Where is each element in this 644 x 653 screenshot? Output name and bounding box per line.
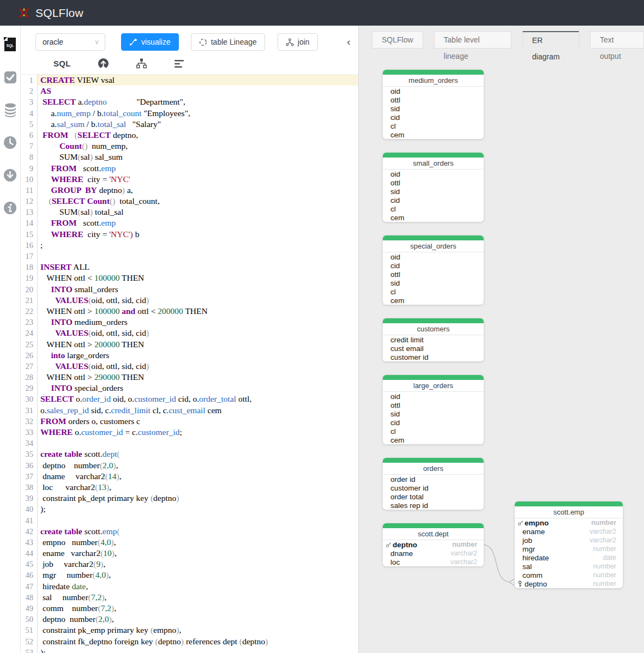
code-line[interactable]: 4 a.num_emp / b.total_count "Employees", (21, 108, 358, 119)
er-column-name: mgr (522, 545, 535, 553)
er-column-name: oid (390, 253, 400, 261)
code-line[interactable]: 28 WHEN ottl > 290000 THEN (21, 372, 358, 383)
line-number: 5 (21, 119, 38, 130)
er-table-orders[interactable]: ordersorder idcustomer idorder totalsale… (383, 458, 484, 510)
code-line[interactable]: 26 into large_orders (21, 350, 358, 361)
code-line[interactable]: 43 empno number(4,0), (21, 537, 358, 548)
code-line[interactable]: 22 WHEN ottl > 100000 and ottl < 200000 … (21, 306, 358, 317)
line-number: 13 (21, 207, 38, 217)
visualize-button[interactable]: visualize (121, 33, 179, 51)
code-line[interactable]: 1CREATE VIEW vsal (21, 75, 358, 86)
code-line[interactable]: 21 VALUES(oid, ottl, sid, cid) (21, 295, 358, 306)
line-number: 46 (21, 570, 38, 581)
code-line[interactable]: 34 (21, 438, 358, 449)
er-column-name: cid (390, 113, 400, 122)
code-line[interactable]: 9 FROM scott.emp (21, 163, 358, 174)
db-dialect-select[interactable]: oracle ∨ (35, 33, 105, 51)
code-line[interactable]: 24 VALUES(oid, ottl, sid, cid) (21, 328, 358, 338)
code-line[interactable]: 33WHERE o.customer_id = c.customer_id; (21, 427, 358, 438)
code-line[interactable]: 44 ename varchar2(10), (21, 548, 358, 559)
er-column-name: sid (390, 105, 400, 113)
code-line[interactable]: 11 GROUP BY deptno) a, (21, 185, 358, 196)
code-text: VALUES(oid, ottl, sid, cid) (38, 361, 358, 372)
er-column-name: ottl (390, 401, 400, 409)
code-editor[interactable]: 1CREATE VIEW vsal2AS3 SELECT a.deptno "D… (21, 75, 358, 653)
sql-file-icon[interactable]: SQL (3, 37, 17, 52)
history-clock-icon[interactable] (3, 135, 17, 150)
upload-icon[interactable] (98, 58, 109, 69)
er-table-scott-dept[interactable]: scott.deptdeptnonumberdnamevarchar2locva… (383, 523, 484, 566)
code-line[interactable]: 52 constraint fk_deptno foreign key (dep… (21, 636, 358, 647)
code-text: (SELECT Count() total_count, (38, 196, 358, 207)
code-line[interactable]: 53); (21, 647, 358, 653)
sql-mode-label[interactable]: SQL (53, 59, 71, 68)
code-line[interactable]: 50 deptno number(2,0), (21, 614, 358, 625)
database-icon[interactable] (3, 102, 17, 117)
code-line[interactable]: 37 dname varchar2(14), (21, 471, 358, 482)
code-line[interactable]: 8 SUM(sal) sal_sum (21, 152, 358, 162)
code-text (38, 515, 358, 526)
code-line[interactable]: 10 WHERE city = 'NYC' (21, 174, 358, 185)
align-lines-icon[interactable] (174, 59, 185, 69)
code-line[interactable]: 19 WHEN ottl < 100000 THEN (21, 273, 358, 283)
code-line[interactable]: 38 loc varchar2(13), (21, 482, 358, 493)
code-line[interactable]: 35create table scott.dept( (21, 449, 358, 459)
code-line[interactable]: 48 sal number(7,2), (21, 592, 358, 603)
er-table-large_orders[interactable]: large_ordersoidottlsidcidclcem (383, 375, 484, 444)
code-line[interactable]: 17 (21, 251, 358, 262)
code-line[interactable]: 7 Count() num_emp, (21, 141, 358, 152)
er-table-scott-emp[interactable]: scott.empempnonumberenamevarchar2jobvarc… (515, 501, 623, 588)
code-line[interactable]: 23 INTO medium_orders (21, 317, 358, 328)
collapse-panel-icon[interactable]: ‹ (346, 37, 351, 47)
join-button[interactable]: join (278, 33, 318, 51)
code-line[interactable]: 46 mgr number(4,0), (21, 570, 358, 581)
er-table-customers[interactable]: customerscredit limitcust emailcustomer … (383, 318, 484, 361)
er-table-medium_orders[interactable]: medium_ordersoidottlsidcidclcem (383, 70, 484, 139)
line-number: 12 (21, 196, 38, 207)
download-icon[interactable] (3, 168, 17, 183)
code-text: SUM(sal) total_sal (38, 207, 358, 217)
code-line[interactable]: 2AS (21, 86, 358, 96)
code-line[interactable]: 16; (21, 240, 358, 251)
code-line[interactable]: 15 WHERE city = 'NYC') b (21, 229, 358, 240)
code-line[interactable]: 12 (SELECT Count() total_count, (21, 196, 358, 207)
code-line[interactable]: 45 job varchar2(9), (21, 559, 358, 570)
er-column: credit limit (383, 335, 484, 344)
code-line[interactable]: 39 constraint pk_dept primary key (deptn… (21, 493, 358, 504)
code-line[interactable]: 6 FROM (SELECT deptno, (21, 130, 358, 141)
code-line[interactable]: 31o.sales_rep_id sid, c.credit_limit cl,… (21, 405, 358, 416)
er-table-special_orders[interactable]: special_ordersoidcidottlsidclcem (383, 235, 484, 305)
code-line[interactable]: 25 WHEN ottl > 200000 THEN (21, 339, 358, 350)
code-line[interactable]: 5 a.sal_sum / b.total_sal "Salary" (21, 119, 358, 130)
code-line[interactable]: 42create table scott.emp( (21, 526, 358, 537)
er-column-name: order id (390, 475, 416, 483)
code-line[interactable]: 40); (21, 504, 358, 515)
code-line[interactable]: 51 constraint pk_emp primary key (empno)… (21, 625, 358, 636)
code-line[interactable]: 3 SELECT a.deptno "Department", (21, 96, 358, 107)
code-line[interactable]: 41 (21, 515, 358, 526)
editor-subtoolbar: SQL (21, 55, 358, 75)
code-line[interactable]: 32FROM orders o, customers c (21, 416, 358, 427)
approve-check-icon[interactable] (3, 70, 17, 84)
code-line[interactable]: 13 SUM(sal) total_sal (21, 207, 358, 217)
er-column: cid (383, 196, 484, 204)
info-icon[interactable] (3, 201, 17, 215)
code-line[interactable]: 27 VALUES(oid, ottl, sid, cid) (21, 361, 358, 372)
code-line[interactable]: 47 hiredate date, (21, 581, 358, 592)
code-line[interactable]: 18INSERT ALL (21, 262, 358, 273)
line-number: 52 (21, 636, 38, 647)
code-line[interactable]: 30SELECT o.order_id oid, o.customer_id c… (21, 394, 358, 404)
er-table-small_orders[interactable]: small_ordersoidottlsidcidclcem (383, 153, 484, 222)
er-column: cid (383, 418, 484, 427)
code-line[interactable]: 14 FROM scott.emp (21, 217, 358, 228)
er-column: oid (383, 392, 484, 401)
er-column: cid (383, 113, 484, 122)
code-line[interactable]: 29 INTO special_orders (21, 383, 358, 394)
er-table-title: medium_orders (383, 75, 484, 87)
code-text (38, 251, 358, 262)
sitemap-icon[interactable] (136, 58, 147, 69)
table-lineage-button[interactable]: table Lineage (191, 33, 265, 51)
code-line[interactable]: 36 deptno number(2,0), (21, 460, 358, 471)
code-line[interactable]: 20 INTO small_orders (21, 284, 358, 295)
code-line[interactable]: 49 comm number(7,2), (21, 603, 358, 614)
